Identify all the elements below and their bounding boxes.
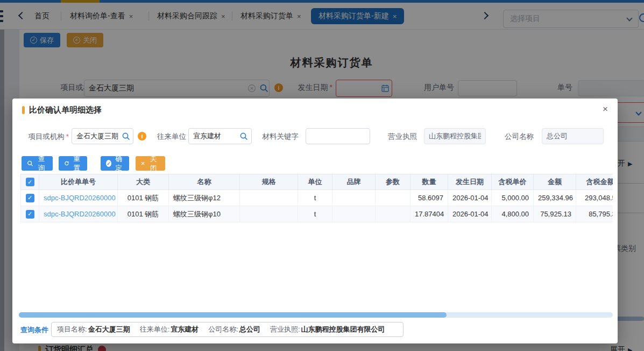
keyword-filter-label: 材料关键字 [261,132,299,142]
cell: t [298,190,332,206]
doc-no-link[interactable]: sdpc-BJQRD20260000 [39,190,118,206]
keyword-filter-field[interactable] [306,128,370,144]
cell: 17.87404 [411,206,448,222]
condition-item: 往来单位:宜东建材 [140,325,199,334]
select-all-checkbox[interactable]: ✓ [26,178,34,186]
col-header: 规格 [240,174,298,190]
col-header: 比价单单号 [39,174,118,190]
cell: 螺纹三级钢φ10 [169,206,240,222]
query-conditions-box: 项目名称:金石大厦三期 往来单位:宜东建材 公司名称:总公司 营业执照:山东鹏程… [51,322,404,337]
check-circle-icon: ✓ [106,160,111,167]
close-icon: × [141,160,145,167]
cell: 5,000.00 [492,190,534,206]
scrollbar-thumb[interactable] [19,312,447,318]
cell: t [298,206,332,222]
confirm-button[interactable]: ✓ 确定 [101,156,129,171]
cell: 293,048.50 [576,190,613,206]
cell: 58.6097 [411,190,448,206]
col-header: 名称 [169,174,240,190]
search-icon[interactable] [239,132,248,141]
condition-item: 营业执照:山东鹏程控股集团有限公司 [270,325,385,334]
results-table-container: ✓ 比价单单号 大类 名称 规格 单位 品牌 参数 数量 发生日期 含税单价 金… [20,174,613,222]
company-filter-field [542,128,604,144]
cell: 259,334.96 [534,190,576,206]
dialog-title-group: 比价确认单明细选择 [22,105,102,115]
col-header: 含税单价 [492,174,534,190]
reset-button[interactable]: 重置 [59,156,87,171]
cell: 75,925.13 [534,206,576,222]
cell [332,190,376,206]
close-label: 关闭 [147,155,160,173]
condition-item: 项目名称:金石大厦三期 [57,325,130,334]
row-checkbox[interactable]: ✓ [26,194,34,202]
table-row[interactable]: ✓ sdpc-BJQRD20260000 0101 钢筋 螺纹三级钢φ10 t … [21,206,613,222]
cell [376,206,411,222]
col-header: 含税金额 [576,174,613,190]
dialog-title: 比价确认单明细选择 [29,105,102,115]
col-header: 数量 [411,174,448,190]
license-filter-field [424,128,486,144]
dialog-close-button[interactable]: × 关闭 [136,156,165,171]
dialog-header: 比价确认单明细选择 × [12,99,618,121]
condition-item: 公司名称:总公司 [208,325,260,334]
license-filter-label: 营业执照 [388,132,417,142]
cell: 螺纹三级钢φ12 [169,190,240,206]
title-bar-icon [22,106,25,114]
col-header: 金额 [534,174,576,190]
col-header: 品牌 [332,174,376,190]
confirm-label: 确定 [114,155,124,173]
cell: 2026-01-04 [448,190,492,206]
cell: 2026-01-04 [448,206,492,222]
cell [240,190,298,206]
partner-filter-label: 往来单位 [156,132,186,142]
query-conditions-label: 查询条件 [20,325,48,335]
horizontal-scrollbar[interactable] [19,312,613,318]
company-filter-label: 公司名称 [505,132,534,142]
dialog-close-icon[interactable]: × [603,104,608,114]
info-icon[interactable]: i [138,132,146,141]
row-checkbox[interactable]: ✓ [26,210,34,219]
col-header: 参数 [376,174,411,190]
cell [376,190,411,206]
project-filter-label: 项目或机构 [27,132,69,142]
table-header-row: ✓ 比价单单号 大类 名称 规格 单位 品牌 参数 数量 发生日期 含税单价 金… [21,174,613,190]
cell: 0101 钢筋 [118,206,169,222]
table-row[interactable]: ✓ sdpc-BJQRD20260000 0101 钢筋 螺纹三级钢φ12 t … [21,190,613,206]
dialog-footer: 查询条件 项目名称:金石大厦三期 往来单位:宜东建材 公司名称:总公司 营业执照… [12,322,618,338]
query-button[interactable]: 查询 [22,156,53,171]
doc-no-link[interactable]: sdpc-BJQRD20260000 [39,206,118,222]
col-header: 发生日期 [448,174,492,190]
price-compare-detail-dialog: 比价确认单明细选择 × 项目或机构 i 往来单位 材料关键字 营业执照 公司名称… [12,99,618,343]
cell: 85,795.39 [576,206,613,222]
search-icon[interactable] [122,132,130,141]
query-label: 查询 [36,155,47,173]
cell: 4,800.00 [492,206,534,222]
cell: 0101 钢筋 [118,190,169,206]
col-header: 单位 [298,174,332,190]
cell [332,206,376,222]
reset-label: 重置 [72,155,82,173]
col-header: 大类 [118,174,169,190]
cell [240,206,298,222]
results-table: ✓ 比价单单号 大类 名称 规格 单位 品牌 参数 数量 发生日期 含税单价 金… [20,174,613,222]
